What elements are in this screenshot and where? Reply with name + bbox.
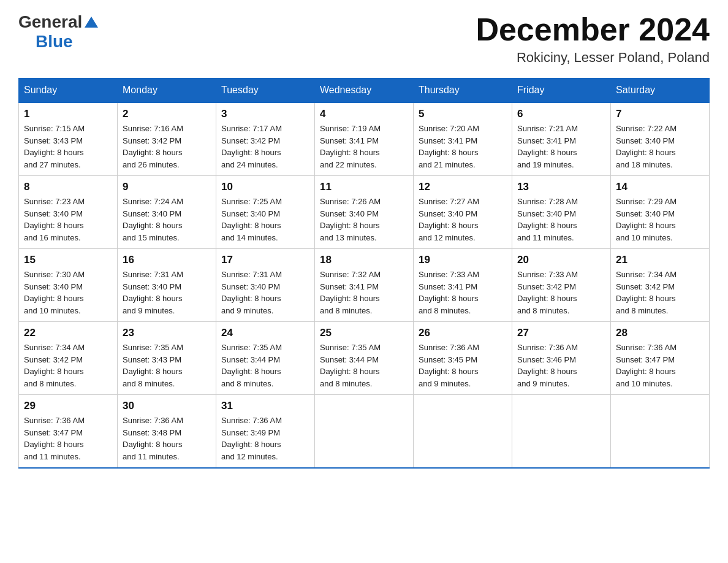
day-info: Sunrise: 7:32 AMSunset: 3:41 PMDaylight:… <box>320 270 381 315</box>
day-header-tuesday: Tuesday <box>216 79 315 103</box>
day-header-thursday: Thursday <box>414 79 512 103</box>
day-info: Sunrise: 7:30 AMSunset: 3:40 PMDaylight:… <box>24 270 85 315</box>
calendar-cell <box>315 395 414 469</box>
calendar-cell: 1 Sunrise: 7:15 AMSunset: 3:43 PMDayligh… <box>19 102 118 176</box>
calendar-cell: 11 Sunrise: 7:26 AMSunset: 3:40 PMDaylig… <box>315 176 414 249</box>
calendar-header-row: SundayMondayTuesdayWednesdayThursdayFrid… <box>19 79 710 103</box>
day-info: Sunrise: 7:20 AMSunset: 3:41 PMDaylight:… <box>419 124 479 169</box>
logo-general-text: General <box>18 12 82 32</box>
day-info: Sunrise: 7:36 AMSunset: 3:47 PMDaylight:… <box>24 416 85 461</box>
day-number: 1 <box>24 108 112 120</box>
calendar-week-row: 15 Sunrise: 7:30 AMSunset: 3:40 PMDaylig… <box>19 249 710 322</box>
title-area: December 2024 Rokiciny, Lesser Poland, P… <box>476 12 710 66</box>
calendar-cell: 14 Sunrise: 7:29 AMSunset: 3:40 PMDaylig… <box>611 176 710 249</box>
day-number: 4 <box>320 108 408 120</box>
logo-triangle-icon <box>85 15 98 29</box>
calendar-cell <box>512 395 611 469</box>
day-number: 25 <box>320 327 408 339</box>
day-info: Sunrise: 7:33 AMSunset: 3:42 PMDaylight:… <box>517 270 578 315</box>
day-number: 23 <box>123 327 211 339</box>
page-header: General Blue December 2024 Rokiciny, Les… <box>18 12 710 66</box>
calendar-cell: 16 Sunrise: 7:31 AMSunset: 3:40 PMDaylig… <box>118 249 216 322</box>
calendar-cell <box>611 395 710 469</box>
day-info: Sunrise: 7:36 AMSunset: 3:45 PMDaylight:… <box>419 343 479 388</box>
svg-marker-0 <box>85 17 98 28</box>
day-number: 31 <box>221 400 309 412</box>
calendar-cell: 15 Sunrise: 7:30 AMSunset: 3:40 PMDaylig… <box>19 249 118 322</box>
calendar-cell: 27 Sunrise: 7:36 AMSunset: 3:46 PMDaylig… <box>512 322 611 395</box>
calendar-cell: 10 Sunrise: 7:25 AMSunset: 3:40 PMDaylig… <box>216 176 315 249</box>
day-number: 24 <box>221 327 309 339</box>
calendar-cell: 18 Sunrise: 7:32 AMSunset: 3:41 PMDaylig… <box>315 249 414 322</box>
calendar-cell: 28 Sunrise: 7:36 AMSunset: 3:47 PMDaylig… <box>611 322 710 395</box>
calendar-cell: 6 Sunrise: 7:21 AMSunset: 3:41 PMDayligh… <box>512 102 611 176</box>
day-header-wednesday: Wednesday <box>315 79 414 103</box>
day-number: 22 <box>24 327 112 339</box>
day-info: Sunrise: 7:31 AMSunset: 3:40 PMDaylight:… <box>221 270 282 315</box>
day-info: Sunrise: 7:26 AMSunset: 3:40 PMDaylight:… <box>320 197 381 242</box>
day-number: 11 <box>320 181 408 193</box>
calendar-week-row: 29 Sunrise: 7:36 AMSunset: 3:47 PMDaylig… <box>19 395 710 469</box>
calendar-cell: 23 Sunrise: 7:35 AMSunset: 3:43 PMDaylig… <box>118 322 216 395</box>
day-info: Sunrise: 7:15 AMSunset: 3:43 PMDaylight:… <box>24 124 85 169</box>
day-info: Sunrise: 7:17 AMSunset: 3:42 PMDaylight:… <box>221 124 282 169</box>
day-info: Sunrise: 7:35 AMSunset: 3:44 PMDaylight:… <box>320 343 381 388</box>
month-title: December 2024 <box>476 12 710 47</box>
day-info: Sunrise: 7:35 AMSunset: 3:44 PMDaylight:… <box>221 343 282 388</box>
day-number: 21 <box>616 254 704 266</box>
day-number: 9 <box>123 181 211 193</box>
day-number: 15 <box>24 254 112 266</box>
day-number: 17 <box>221 254 309 266</box>
day-info: Sunrise: 7:29 AMSunset: 3:40 PMDaylight:… <box>616 197 677 242</box>
day-info: Sunrise: 7:24 AMSunset: 3:40 PMDaylight:… <box>123 197 183 242</box>
day-header-sunday: Sunday <box>19 79 118 103</box>
day-number: 20 <box>517 254 605 266</box>
day-number: 14 <box>616 181 704 193</box>
day-number: 3 <box>221 108 309 120</box>
day-number: 16 <box>123 254 211 266</box>
day-number: 2 <box>123 108 211 120</box>
day-info: Sunrise: 7:16 AMSunset: 3:42 PMDaylight:… <box>123 124 183 169</box>
calendar-cell: 2 Sunrise: 7:16 AMSunset: 3:42 PMDayligh… <box>118 102 216 176</box>
calendar-week-row: 8 Sunrise: 7:23 AMSunset: 3:40 PMDayligh… <box>19 176 710 249</box>
day-header-monday: Monday <box>118 79 216 103</box>
day-info: Sunrise: 7:27 AMSunset: 3:40 PMDaylight:… <box>419 197 479 242</box>
day-info: Sunrise: 7:36 AMSunset: 3:46 PMDaylight:… <box>517 343 578 388</box>
day-number: 5 <box>419 108 507 120</box>
calendar-cell: 26 Sunrise: 7:36 AMSunset: 3:45 PMDaylig… <box>414 322 512 395</box>
calendar-cell: 24 Sunrise: 7:35 AMSunset: 3:44 PMDaylig… <box>216 322 315 395</box>
calendar-cell: 4 Sunrise: 7:19 AMSunset: 3:41 PMDayligh… <box>315 102 414 176</box>
calendar-cell: 19 Sunrise: 7:33 AMSunset: 3:41 PMDaylig… <box>414 249 512 322</box>
day-info: Sunrise: 7:22 AMSunset: 3:40 PMDaylight:… <box>616 124 677 169</box>
logo-blue-text: Blue <box>36 32 73 51</box>
calendar-cell: 17 Sunrise: 7:31 AMSunset: 3:40 PMDaylig… <box>216 249 315 322</box>
day-number: 26 <box>419 327 507 339</box>
day-header-friday: Friday <box>512 79 611 103</box>
day-info: Sunrise: 7:19 AMSunset: 3:41 PMDaylight:… <box>320 124 381 169</box>
calendar-cell <box>414 395 512 469</box>
day-info: Sunrise: 7:31 AMSunset: 3:40 PMDaylight:… <box>123 270 183 315</box>
day-header-saturday: Saturday <box>611 79 710 103</box>
calendar-cell: 7 Sunrise: 7:22 AMSunset: 3:40 PMDayligh… <box>611 102 710 176</box>
calendar-cell: 25 Sunrise: 7:35 AMSunset: 3:44 PMDaylig… <box>315 322 414 395</box>
calendar-cell: 21 Sunrise: 7:34 AMSunset: 3:42 PMDaylig… <box>611 249 710 322</box>
calendar-cell: 12 Sunrise: 7:27 AMSunset: 3:40 PMDaylig… <box>414 176 512 249</box>
day-number: 30 <box>123 400 211 412</box>
day-info: Sunrise: 7:23 AMSunset: 3:40 PMDaylight:… <box>24 197 85 242</box>
location-text: Rokiciny, Lesser Poland, Poland <box>476 50 710 66</box>
calendar-cell: 9 Sunrise: 7:24 AMSunset: 3:40 PMDayligh… <box>118 176 216 249</box>
day-info: Sunrise: 7:21 AMSunset: 3:41 PMDaylight:… <box>517 124 578 169</box>
day-number: 8 <box>24 181 112 193</box>
calendar-table: SundayMondayTuesdayWednesdayThursdayFrid… <box>18 78 710 469</box>
day-number: 6 <box>517 108 605 120</box>
day-number: 12 <box>419 181 507 193</box>
day-info: Sunrise: 7:33 AMSunset: 3:41 PMDaylight:… <box>419 270 479 315</box>
day-number: 18 <box>320 254 408 266</box>
day-number: 27 <box>517 327 605 339</box>
day-info: Sunrise: 7:36 AMSunset: 3:48 PMDaylight:… <box>123 416 183 461</box>
day-info: Sunrise: 7:34 AMSunset: 3:42 PMDaylight:… <box>616 270 677 315</box>
day-number: 19 <box>419 254 507 266</box>
calendar-cell: 3 Sunrise: 7:17 AMSunset: 3:42 PMDayligh… <box>216 102 315 176</box>
calendar-cell: 20 Sunrise: 7:33 AMSunset: 3:42 PMDaylig… <box>512 249 611 322</box>
calendar-week-row: 22 Sunrise: 7:34 AMSunset: 3:42 PMDaylig… <box>19 322 710 395</box>
